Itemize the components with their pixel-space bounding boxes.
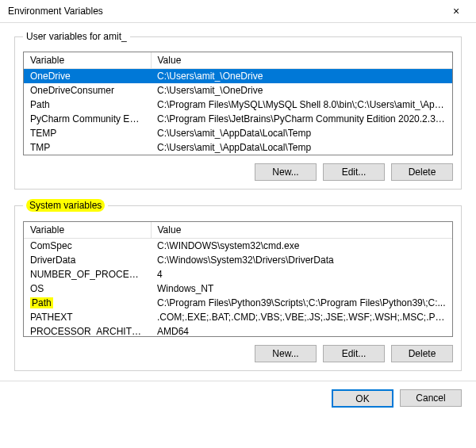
cell-variable: OS	[24, 281, 151, 296]
table-row[interactable]: ComSpecC:\WINDOWS\system32\cmd.exe	[24, 239, 452, 254]
cell-value: 4	[151, 267, 452, 281]
table-row[interactable]: TMPC:\Users\amit_\AppData\Local\Temp	[24, 140, 452, 155]
system-button-row: New... Edit... Delete	[23, 345, 453, 362]
ok-button[interactable]: OK	[332, 389, 393, 408]
user-new-button[interactable]: New...	[255, 163, 317, 181]
dialog-content: User variables for amit_ Variable Value …	[0, 23, 476, 371]
cell-value: C:\Users\amit_\AppData\Local\Temp	[151, 126, 452, 140]
user-variables-group: User variables for amit_ Variable Value …	[14, 31, 462, 190]
cell-value: C:\Users\amit_\AppData\Local\Temp	[151, 140, 452, 155]
table-row[interactable]: OSWindows_NT	[24, 281, 452, 296]
system-variables-legend: System variables	[23, 199, 108, 212]
user-col-value[interactable]: Value	[151, 52, 452, 69]
cell-value: C:\Program Files\Python39\Scripts\;C:\Pr…	[151, 296, 452, 310]
dialog-button-row: OK Cancel	[0, 381, 476, 417]
cell-variable: DriverData	[24, 253, 151, 267]
table-row[interactable]: PathC:\Program Files\MySQL\MySQL Shell 8…	[24, 98, 452, 112]
user-col-variable[interactable]: Variable	[24, 52, 151, 69]
system-delete-button[interactable]: Delete	[391, 345, 453, 362]
table-row[interactable]: PathC:\Program Files\Python39\Scripts\;C…	[24, 296, 452, 310]
user-variables-table-wrap: Variable Value OneDriveC:\Users\amit_\On…	[23, 52, 453, 155]
user-variables-legend: User variables for amit_	[23, 31, 130, 42]
cell-variable: OneDriveConsumer	[24, 83, 151, 98]
cell-value: C:\Program Files\JetBrains\PyCharm Commu…	[151, 112, 452, 126]
system-variables-table-wrap: Variable Value ComSpecC:\WINDOWS\system3…	[23, 221, 453, 337]
cell-value: C:\WINDOWS\system32\cmd.exe	[151, 239, 452, 254]
cell-variable: Path	[24, 98, 151, 112]
system-variables-table[interactable]: Variable Value ComSpecC:\WINDOWS\system3…	[24, 222, 452, 336]
cell-variable: PyCharm Community Edition	[24, 112, 151, 126]
cell-value: C:\Program Files\MySQL\MySQL Shell 8.0\b…	[151, 98, 452, 112]
user-delete-button[interactable]: Delete	[391, 163, 453, 181]
table-row[interactable]: OneDriveC:\Users\amit_\OneDrive	[24, 69, 452, 84]
sys-col-variable[interactable]: Variable	[24, 222, 151, 239]
window-title: Environment Variables	[8, 6, 103, 17]
table-row[interactable]: TEMPC:\Users\amit_\AppData\Local\Temp	[24, 126, 452, 140]
cell-value: C:\Users\amit_\OneDrive	[151, 83, 452, 98]
cell-variable: PATHEXT	[24, 310, 151, 324]
user-variables-table[interactable]: Variable Value OneDriveC:\Users\amit_\On…	[24, 52, 452, 155]
cell-variable: Path	[24, 296, 151, 310]
user-button-row: New... Edit... Delete	[23, 163, 453, 181]
cell-variable: NUMBER_OF_PROCESSORS	[24, 267, 151, 281]
table-row[interactable]: DriverDataC:\Windows\System32\Drivers\Dr…	[24, 253, 452, 267]
close-icon[interactable]: ×	[444, 5, 468, 17]
titlebar: Environment Variables ×	[0, 0, 476, 23]
cell-value: C:\Windows\System32\Drivers\DriverData	[151, 253, 452, 267]
cell-value: Windows_NT	[151, 281, 452, 296]
cell-value: AMD64	[151, 324, 452, 336]
cell-value: .COM;.EXE;.BAT;.CMD;.VBS;.VBE;.JS;.JSE;.…	[151, 310, 452, 324]
system-edit-button[interactable]: Edit...	[323, 345, 385, 362]
cell-value: C:\Users\amit_\OneDrive	[151, 69, 452, 84]
cell-variable: TEMP	[24, 126, 151, 140]
table-row[interactable]: PROCESSOR_ARCHITECTUREAMD64	[24, 324, 452, 336]
cell-variable: OneDrive	[24, 69, 151, 84]
table-row[interactable]: NUMBER_OF_PROCESSORS4	[24, 267, 452, 281]
cell-variable: ComSpec	[24, 239, 151, 254]
table-row[interactable]: PyCharm Community EditionC:\Program File…	[24, 112, 452, 126]
cell-variable: TMP	[24, 140, 151, 155]
system-variables-group: System variables Variable Value ComSpecC…	[14, 199, 462, 371]
sys-col-value[interactable]: Value	[151, 222, 452, 239]
cell-variable: PROCESSOR_ARCHITECTURE	[24, 324, 151, 336]
table-row[interactable]: PATHEXT.COM;.EXE;.BAT;.CMD;.VBS;.VBE;.JS…	[24, 310, 452, 324]
system-new-button[interactable]: New...	[255, 345, 317, 362]
cancel-button[interactable]: Cancel	[400, 389, 462, 407]
user-edit-button[interactable]: Edit...	[323, 163, 385, 181]
table-row[interactable]: OneDriveConsumerC:\Users\amit_\OneDrive	[24, 83, 452, 98]
